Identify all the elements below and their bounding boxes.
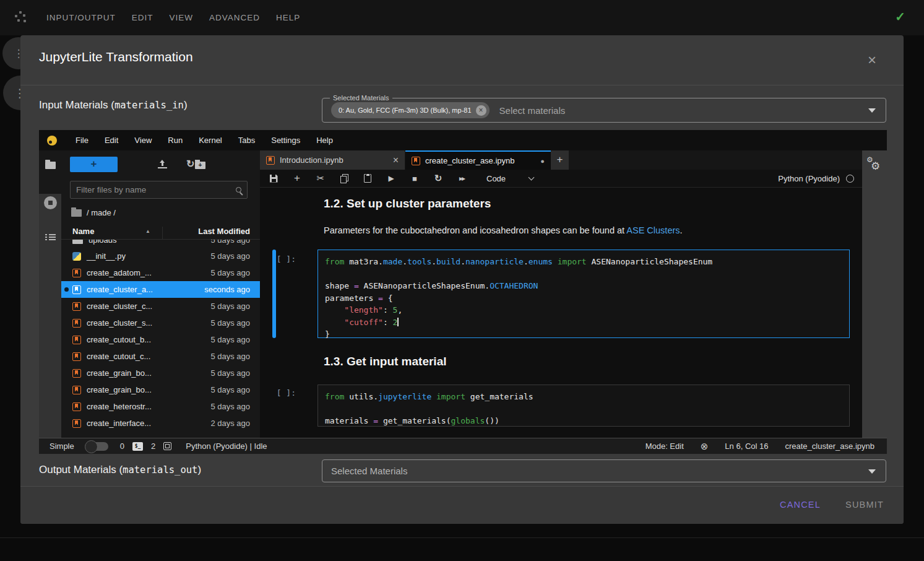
table-of-contents-tab[interactable] bbox=[39, 233, 61, 241]
title-divider bbox=[20, 85, 904, 85]
running-kernels-tab[interactable] bbox=[39, 196, 61, 209]
app-logo-icon[interactable] bbox=[15, 11, 28, 24]
code-cell-active[interactable]: from mat3ra.made.tools.build.nanoparticl… bbox=[317, 250, 850, 338]
settings-gears-button[interactable]: ⚙ ⚙ bbox=[866, 155, 884, 175]
upload-button[interactable] bbox=[158, 160, 167, 170]
copy-cell-button[interactable] bbox=[339, 174, 349, 183]
material-chip[interactable]: 0: Au, Gold, FCC (Fm-3m) 3D (Bulk), mp-8… bbox=[331, 102, 490, 118]
menu-help[interactable]: HELP bbox=[276, 13, 300, 22]
select-materials-placeholder: Select materials bbox=[499, 105, 566, 116]
cursor-position[interactable]: Ln 6, Col 16 bbox=[725, 441, 768, 451]
jmenu-file[interactable]: File bbox=[67, 136, 97, 145]
terminals-count[interactable]: 0 bbox=[120, 441, 124, 451]
notebook-icon bbox=[412, 157, 420, 165]
app-menu: INPUT/OUTPUT EDIT VIEW ADVANCED HELP bbox=[46, 13, 300, 22]
file-row[interactable]: create_cluster_c... 5 days ago bbox=[61, 298, 260, 315]
menu-advanced[interactable]: ADVANCED bbox=[209, 13, 260, 22]
menu-view[interactable]: VIEW bbox=[170, 13, 194, 22]
unsaved-dot-icon[interactable]: ● bbox=[540, 157, 545, 165]
kernels-count[interactable]: 2 bbox=[151, 441, 155, 451]
close-tab-icon[interactable]: × bbox=[393, 155, 399, 166]
cancel-button[interactable]: CANCEL bbox=[780, 500, 821, 510]
search-icon bbox=[236, 187, 241, 193]
restart-run-all-button[interactable]: ▸▸ bbox=[457, 174, 467, 183]
notebook-icon bbox=[266, 156, 275, 165]
jmenu-run[interactable]: Run bbox=[160, 136, 191, 145]
new-tab-button[interactable]: + bbox=[551, 150, 569, 170]
file-row[interactable]: create_grain_bo... 5 days ago bbox=[61, 381, 260, 398]
file-row[interactable]: create_adatom_... 5 days ago bbox=[61, 264, 260, 281]
refresh-button[interactable]: ↻ bbox=[186, 160, 194, 169]
jmenu-settings[interactable]: Settings bbox=[263, 136, 308, 145]
file-filter[interactable] bbox=[70, 181, 248, 199]
sort-asc-icon[interactable]: ▲ bbox=[145, 228, 150, 234]
file-row[interactable]: uploads 5 days ago bbox=[61, 240, 260, 248]
kernel-indicator[interactable]: Python (Pyodide) bbox=[778, 174, 862, 183]
save-button[interactable] bbox=[269, 175, 278, 183]
file-browser-tab[interactable] bbox=[39, 162, 61, 169]
chevron-down-icon[interactable] bbox=[868, 469, 876, 474]
dialog-title: JupyterLite Transformation bbox=[39, 50, 193, 64]
toc-icon bbox=[45, 233, 56, 241]
file-row-selected[interactable]: create_cluster_a... seconds ago bbox=[61, 281, 260, 298]
jmenu-help[interactable]: Help bbox=[308, 136, 341, 145]
new-launcher-button[interactable]: + bbox=[70, 157, 118, 172]
input-materials-select[interactable]: Selected Materials 0: Au, Gold, FCC (Fm-… bbox=[322, 98, 886, 123]
jmenu-kernel[interactable]: Kernel bbox=[191, 136, 230, 145]
submit-button[interactable]: SUBMIT bbox=[845, 500, 884, 510]
folder-icon bbox=[45, 162, 56, 169]
menu-edit[interactable]: EDIT bbox=[132, 13, 153, 22]
file-row[interactable]: create_heterostr... 5 days ago bbox=[61, 398, 260, 415]
jmenu-edit[interactable]: Edit bbox=[97, 136, 126, 145]
notebook-dock: Introduction.ipynb × create_cluster_ase.… bbox=[260, 150, 862, 438]
file-filter-input[interactable] bbox=[76, 185, 236, 194]
check-icon[interactable]: ✓ bbox=[895, 9, 905, 24]
file-browser: + + ↻ / made / Name ▲ La bbox=[61, 150, 260, 438]
jmenu-view[interactable]: View bbox=[126, 136, 160, 145]
restart-kernel-button[interactable]: ↻ bbox=[433, 173, 443, 184]
cut-cell-button[interactable]: ✂ bbox=[316, 173, 326, 184]
jupyterlab-frame: File Edit View Run Kernel Tabs Settings … bbox=[39, 130, 887, 454]
markdown-heading: 1.2. Set up cluster parameters bbox=[324, 197, 491, 211]
chip-remove-icon[interactable]: × bbox=[476, 105, 486, 116]
interrupt-kernel-button[interactable]: ■ bbox=[410, 174, 420, 183]
file-row[interactable]: create_cutout_b... 5 days ago bbox=[61, 331, 260, 348]
cell-prompt: [ ]: bbox=[269, 254, 296, 264]
file-list-header: Name ▲ Last Modified bbox=[61, 224, 260, 240]
tab-introduction[interactable]: Introduction.ipynb × bbox=[260, 150, 405, 170]
chevron-down-icon[interactable] bbox=[868, 108, 876, 113]
breadcrumb[interactable]: / made / bbox=[71, 208, 116, 217]
menu-input-output[interactable]: INPUT/OUTPUT bbox=[46, 13, 116, 22]
kernel-status-text[interactable]: Python (Pyodide) | Idle bbox=[186, 441, 267, 451]
jmenu-tabs[interactable]: Tabs bbox=[230, 136, 263, 145]
save-icon bbox=[270, 175, 278, 183]
new-folder-button[interactable]: + bbox=[128, 160, 139, 169]
running-icon bbox=[44, 196, 57, 209]
notebook-icon bbox=[72, 269, 81, 277]
close-icon[interactable]: × bbox=[868, 53, 876, 67]
column-last-modified[interactable]: Last Modified bbox=[162, 227, 250, 240]
file-row[interactable]: create_grain_bo... 5 days ago bbox=[61, 365, 260, 381]
file-row[interactable]: create_cutout_c... 5 days ago bbox=[61, 348, 260, 365]
output-materials-label: Output Materials (materials_out) bbox=[39, 464, 201, 476]
tab-create-cluster-ase[interactable]: create_cluster_ase.ipynb ● bbox=[405, 150, 551, 170]
column-name[interactable]: Name bbox=[72, 227, 94, 236]
new-folder-icon: + bbox=[195, 162, 205, 169]
markdown-paragraph: Parameters for the cuboctahedron and ico… bbox=[324, 225, 683, 235]
code-cell[interactable]: from utils.jupyterlite import get_materi… bbox=[317, 385, 850, 427]
file-row[interactable]: create_interface... 2 days ago bbox=[61, 415, 260, 432]
cell-type-dropdown[interactable]: Code bbox=[486, 174, 533, 183]
notebook-icon bbox=[72, 302, 81, 311]
ase-clusters-link[interactable]: ASE Clusters bbox=[626, 225, 680, 235]
run-cell-button[interactable]: ▶ bbox=[386, 174, 396, 183]
input-materials-label: Input Materials (materials_in) bbox=[39, 99, 188, 111]
file-row[interactable]: create_cluster_s... 5 days ago bbox=[61, 315, 260, 331]
add-cell-button[interactable]: + bbox=[292, 172, 302, 185]
paste-cell-button[interactable] bbox=[363, 174, 373, 183]
simple-mode-label: Simple bbox=[50, 441, 74, 451]
notebook-icon bbox=[72, 336, 81, 344]
file-row[interactable]: __init__.py 5 days ago bbox=[61, 248, 260, 264]
trust-shield-icon[interactable]: ⊗ bbox=[701, 442, 709, 451]
simple-mode-toggle[interactable] bbox=[86, 442, 108, 451]
output-materials-select[interactable]: Selected Materials bbox=[322, 459, 886, 482]
